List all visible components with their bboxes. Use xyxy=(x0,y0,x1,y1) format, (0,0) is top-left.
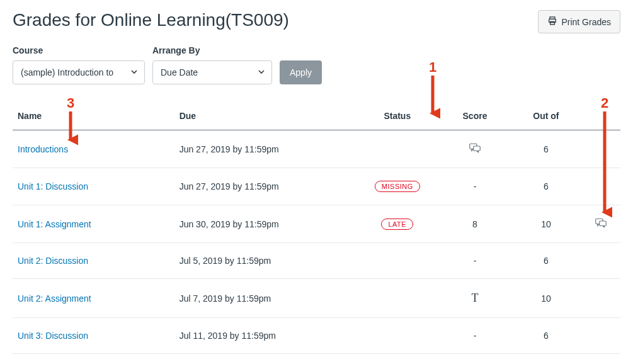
due-date: Jun 30, 2019 by 11:59pm xyxy=(174,205,355,243)
course-select[interactable]: (sample) Introduction to xyxy=(13,60,145,84)
assignment-link[interactable]: Unit 2: Discussion xyxy=(18,256,88,266)
assignment-link[interactable]: Introductions xyxy=(18,144,68,154)
comments-cell xyxy=(581,279,620,318)
due-date: Jul 5, 2019 by 11:59pm xyxy=(174,243,355,279)
outof-cell: 6 xyxy=(510,318,581,354)
apply-button[interactable]: Apply xyxy=(280,60,322,84)
course-label: Course xyxy=(13,45,145,55)
score-cell: 8 xyxy=(440,205,511,243)
col-header-score: Score xyxy=(440,105,511,130)
table-row: Unit 1: DiscussionJun 27, 2019 by 11:59p… xyxy=(13,168,620,205)
col-header-extra xyxy=(581,105,620,130)
score-cell xyxy=(440,130,511,168)
printer-icon xyxy=(547,16,557,28)
arrange-by-select[interactable]: Due Date xyxy=(152,60,272,84)
status-cell xyxy=(355,318,439,354)
status-cell: MISSING xyxy=(355,168,439,205)
chevron-down-icon xyxy=(258,67,265,77)
status-badge: LATE xyxy=(381,219,413,230)
status-cell xyxy=(355,279,439,318)
outof-cell: 10 xyxy=(510,205,581,243)
status-badge: MISSING xyxy=(375,181,420,192)
status-cell xyxy=(355,243,439,279)
due-date: Jul 11, 2019 by 11:59pm xyxy=(174,318,355,354)
comments-cell xyxy=(581,205,620,243)
col-header-due: Due xyxy=(174,105,355,130)
svg-rect-4 xyxy=(474,146,481,151)
status-cell xyxy=(355,130,439,168)
arrange-by-label: Arrange By xyxy=(152,45,272,55)
grades-table: Name Due Status Score Out of Introductio… xyxy=(13,105,620,354)
outof-cell: 6 xyxy=(510,243,581,279)
comments-cell xyxy=(581,168,620,205)
table-row: Unit 2: DiscussionJul 5, 2019 by 11:59pm… xyxy=(13,243,620,279)
text-grade-icon: T xyxy=(471,292,478,304)
table-row: Unit 1: AssignmentJun 30, 2019 by 11:59p… xyxy=(13,205,620,243)
score-cell: T xyxy=(440,279,511,318)
assignment-link[interactable]: Unit 2: Assignment xyxy=(18,293,91,304)
outof-cell: 10 xyxy=(510,279,581,318)
arrange-by-select-value: Due Date xyxy=(161,67,198,77)
outof-cell: 6 xyxy=(510,168,581,205)
filters-bar: Course (sample) Introduction to Arrange … xyxy=(13,45,620,84)
comments-cell xyxy=(581,243,620,279)
score-cell: - xyxy=(440,318,511,354)
due-date: Jul 7, 2019 by 11:59pm xyxy=(174,279,355,318)
status-cell: LATE xyxy=(355,205,439,243)
table-row: Unit 2: AssignmentJul 7, 2019 by 11:59pm… xyxy=(13,279,620,318)
due-date: Jun 27, 2019 by 11:59pm xyxy=(174,168,355,205)
col-header-status: Status xyxy=(355,105,439,130)
col-header-name: Name xyxy=(13,105,174,130)
outof-cell: 6 xyxy=(510,130,581,168)
assignment-link[interactable]: Unit 1: Discussion xyxy=(18,181,88,191)
print-grades-label: Print Grades xyxy=(561,17,611,27)
comments-cell xyxy=(581,318,620,354)
comments-cell xyxy=(581,130,620,168)
assignment-link[interactable]: Unit 3: Discussion xyxy=(18,331,88,341)
col-header-outof: Out of xyxy=(510,105,581,130)
discussion-icon xyxy=(469,145,481,155)
print-grades-button[interactable]: Print Grades xyxy=(538,10,620,33)
course-select-value: (sample) Introduction to xyxy=(21,67,113,77)
table-row: Unit 3: DiscussionJul 11, 2019 by 11:59p… xyxy=(13,318,620,354)
comment-icon[interactable] xyxy=(595,220,607,230)
score-cell: - xyxy=(440,168,511,205)
page-title: Grades for Online Learning(TS009) xyxy=(13,10,289,30)
table-row: IntroductionsJun 27, 2019 by 11:59pm6 xyxy=(13,130,620,168)
due-date: Jun 27, 2019 by 11:59pm xyxy=(174,130,355,168)
chevron-down-icon xyxy=(130,67,138,77)
score-cell: - xyxy=(440,243,511,279)
assignment-link[interactable]: Unit 1: Assignment xyxy=(18,219,91,229)
svg-rect-6 xyxy=(600,221,607,226)
